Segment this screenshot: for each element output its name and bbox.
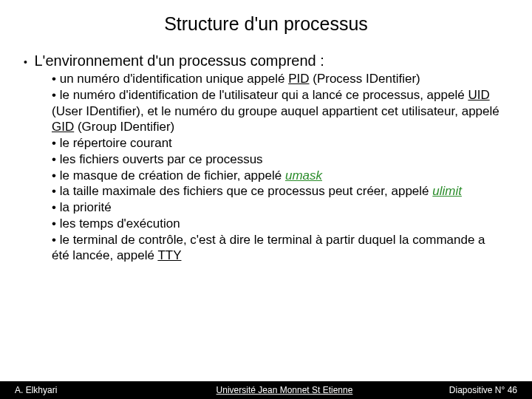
item-temps: • les temps d'exécution bbox=[52, 216, 502, 232]
pid-term: PID bbox=[288, 72, 309, 86]
item-umask: • le masque de création de fichier, appe… bbox=[52, 168, 502, 184]
slide-title: Structure d'un processus bbox=[22, 13, 510, 35]
ulimit-term: ulimit bbox=[432, 184, 462, 198]
slide: Structure d'un processus • L'environneme… bbox=[0, 0, 532, 399]
text: • un numéro d'identification unique appe… bbox=[52, 72, 288, 86]
uid-term: UID bbox=[468, 88, 489, 102]
lead-text: L'environnement d'un processus comprend … bbox=[34, 52, 324, 69]
lead-line: • L'environnement d'un processus compren… bbox=[24, 52, 510, 69]
bullet-icon: • bbox=[24, 56, 27, 68]
item-ulimit: • la taille maximale des fichiers que ce… bbox=[52, 183, 502, 200]
text: • la taille maximale des fichiers que ce… bbox=[52, 184, 432, 198]
text: (Process IDentifier) bbox=[310, 72, 420, 86]
item-fichiers: • les fichiers ouverts par ce processus bbox=[52, 151, 502, 168]
text: • le terminal de contrôle, c'est à dire … bbox=[52, 233, 485, 263]
text: • le numéro d'identification de l'utilis… bbox=[52, 88, 468, 102]
body-text: • un numéro d'identification unique appe… bbox=[52, 71, 502, 264]
text: • le masque de création de fichier, appe… bbox=[52, 168, 285, 183]
item-priorite: • la priorité bbox=[52, 200, 502, 216]
umask-term: umask bbox=[285, 168, 322, 183]
gid-term: GID bbox=[52, 120, 74, 134]
text: (Group IDentifier) bbox=[74, 120, 174, 134]
text: (User IDentifier), et le numéro du group… bbox=[52, 104, 499, 118]
footer-bar: A. Elkhyari Université Jean Monnet St Et… bbox=[0, 381, 532, 399]
item-pid: • un numéro d'identification unique appe… bbox=[52, 71, 502, 87]
item-uid-gid: • le numéro d'identification de l'utilis… bbox=[52, 87, 502, 135]
footer-page: Diapositive N° 46 bbox=[421, 385, 532, 395]
item-tty: • le terminal de contrôle, c'est à dire … bbox=[52, 232, 502, 265]
item-repertoire: • le répertoire courant bbox=[52, 135, 502, 151]
tty-term: TTY bbox=[157, 248, 181, 262]
footer-author: A. Elkhyari bbox=[0, 385, 148, 395]
footer-org: Université Jean Monnet St Etienne bbox=[148, 385, 421, 395]
